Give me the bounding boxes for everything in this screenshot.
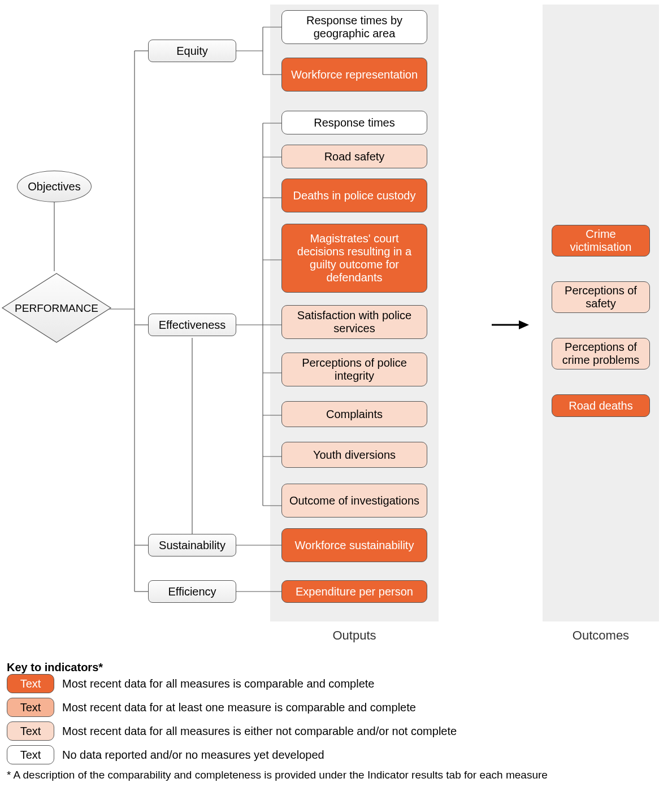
key-desc-part: Most recent data for at least one measur… — [62, 701, 416, 714]
objectives-node: Objectives — [17, 171, 92, 202]
output-satisfaction-police: Satisfaction with police services — [281, 305, 427, 339]
category-equity: Equity — [148, 40, 236, 62]
outcome-road-deaths: Road deaths — [552, 394, 650, 417]
output-magistrates-court: Magistrates' court decisions resulting i… — [281, 224, 427, 293]
key-desc-none: No data reported and/or no measures yet … — [62, 749, 324, 762]
key-item-full: Text Most recent data for all measures i… — [7, 674, 662, 693]
output-road-safety: Road safety — [281, 145, 427, 168]
outcome-perceptions-crime-problems: Perceptions of crime problems — [552, 338, 650, 369]
key-swatch-weak: Text — [7, 721, 54, 741]
output-expenditure-per-person: Expenditure per person — [281, 580, 427, 603]
key-item-none: Text No data reported and/or no measures… — [7, 745, 662, 764]
outputs-label: Outputs — [270, 628, 439, 643]
key-footnote: * A description of the comparability and… — [7, 769, 662, 781]
key-desc-weak: Most recent data for all measures is eit… — [62, 725, 457, 738]
outcomes-column-bg — [543, 5, 659, 621]
key-swatch-part: Text — [7, 698, 54, 717]
key-item-weak: Text Most recent data for all measures i… — [7, 721, 662, 741]
key-swatch-full: Text — [7, 674, 54, 693]
key-block: Key to indicators* Text Most recent data… — [7, 661, 662, 781]
output-deaths-in-custody: Deaths in police custody — [281, 179, 427, 212]
output-workforce-representation: Workforce representation — [281, 58, 427, 92]
category-effectiveness: Effectiveness — [148, 314, 236, 336]
outcomes-label: Outcomes — [543, 628, 659, 643]
diagram-canvas: Objectives PERFORMANCE Equity Effectiven… — [0, 0, 672, 787]
key-title: Key to indicators* — [7, 661, 662, 674]
key-swatch-none: Text — [7, 745, 54, 764]
outcome-crime-victimisation: Crime victimisation — [552, 225, 650, 256]
category-sustainability: Sustainability — [148, 534, 236, 556]
output-response-times-geo: Response times by geographic area — [281, 10, 427, 44]
outcome-perceptions-safety: Perceptions of safety — [552, 281, 650, 313]
output-perceptions-integrity: Perceptions of police integrity — [281, 353, 427, 386]
key-desc-full: Most recent data for all measures is com… — [62, 677, 375, 690]
output-youth-diversions: Youth diversions — [281, 442, 427, 468]
svg-marker-26 — [519, 320, 529, 329]
key-item-part: Text Most recent data for at least one m… — [7, 698, 662, 717]
output-complaints: Complaints — [281, 401, 427, 427]
category-efficiency: Efficiency — [148, 580, 236, 603]
output-outcome-investigations: Outcome of investigations — [281, 484, 427, 518]
output-workforce-sustainability: Workforce sustainability — [281, 528, 427, 562]
output-response-times: Response times — [281, 111, 427, 134]
performance-label: PERFORMANCE — [0, 301, 113, 316]
